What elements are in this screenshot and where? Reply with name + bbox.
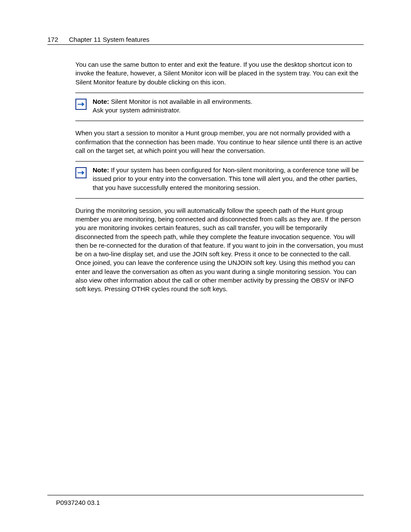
paragraph-2: When you start a session to monitor a Hu…	[75, 129, 364, 155]
running-header: Chapter 11 System features	[69, 36, 149, 43]
note-label: Note:	[93, 98, 109, 105]
note-text-1: Note: Silent Monitor is not available in…	[93, 97, 364, 115]
paragraph-intro: You can use the same button to enter and…	[75, 60, 364, 87]
note-body-2: If your system has been configured for N…	[93, 166, 359, 191]
note-block-1: Note: Silent Monitor is not available in…	[75, 93, 364, 121]
page-number: 172	[47, 36, 58, 43]
svg-marker-3	[82, 171, 84, 175]
note-body-line1: Silent Monitor is not available in all e…	[109, 98, 252, 105]
note-label: Note:	[93, 166, 109, 174]
arrow-right-icon	[75, 167, 87, 178]
note-block-2: Note: If your system has been configured…	[75, 161, 364, 199]
note-body-line2: Ask your system administrator.	[93, 106, 364, 115]
footer-rule	[47, 495, 364, 495]
svg-marker-1	[82, 102, 84, 106]
footer-id: P0937240 03.1	[56, 499, 100, 506]
paragraph-3: During the monitoring session, you will …	[75, 206, 364, 294]
arrow-right-icon	[75, 99, 87, 110]
document-page: 172 Chapter 11 System features You can u…	[0, 0, 411, 532]
header-rule	[47, 44, 364, 45]
note-text-2: Note: If your system has been configured…	[93, 166, 364, 192]
body-content: You can use the same button to enter and…	[75, 60, 364, 298]
